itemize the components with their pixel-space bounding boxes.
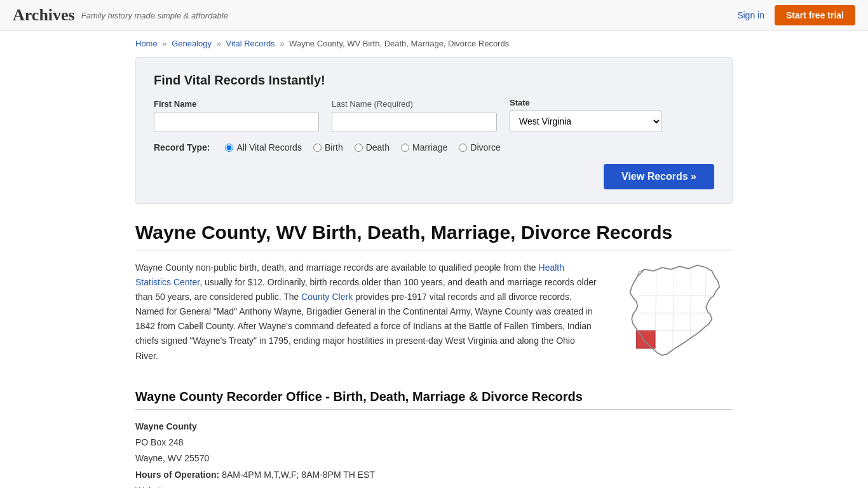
record-type-row: Record Type: All Vital Records Birth Dea… <box>154 142 714 152</box>
recorder-website-row: Website <box>135 483 733 488</box>
site-logo: Archives <box>13 6 75 25</box>
record-type-divorce[interactable]: Divorce <box>459 142 500 152</box>
map-container <box>615 261 733 372</box>
state-select[interactable]: All United States AlabamaAlaskaArizona A… <box>510 111 662 132</box>
record-type-marriage[interactable]: Marriage <box>401 142 447 152</box>
record-type-marriage-radio[interactable] <box>401 144 409 152</box>
view-records-button[interactable]: View Records » <box>604 164 714 189</box>
body-content: Wayne County non-public birth, death, an… <box>135 261 733 372</box>
recorder-county-name: Wayne County <box>135 419 733 435</box>
hours-value-text: 8AM-4PM M,T,W,F; 8AM-8PM TH EST <box>222 470 375 480</box>
record-type-all-radio[interactable] <box>225 144 233 152</box>
recorder-website-link[interactable]: Website <box>135 485 167 488</box>
site-tagline: Family history made simple & affordable <box>81 11 228 20</box>
recorder-hours: Hours of Operation: 8AM-4PM M,T,W,F; 8AM… <box>135 467 733 483</box>
breadcrumb: Home » Genealogy » Vital Records » Wayne… <box>135 39 733 48</box>
last-name-input[interactable] <box>332 112 497 132</box>
breadcrumb-current: Wayne County, WV Birth, Death, Marriage,… <box>289 39 509 48</box>
body-paragraph: Wayne County non-public birth, death, an… <box>135 261 597 363</box>
record-type-label: Record Type: <box>154 142 210 152</box>
site-header: Archives Family history made simple & af… <box>0 0 868 31</box>
search-title: Find Vital Records Instantly! <box>154 73 714 88</box>
state-group: State All United States AlabamaAlaskaAri… <box>510 98 662 132</box>
hours-label: Hours of Operation: <box>135 470 219 480</box>
header-right: Sign in Start free trial <box>737 5 855 25</box>
body-text-3: provides pre-1917 vital records and all … <box>135 292 593 360</box>
body-description: Wayne County non-public birth, death, an… <box>135 261 597 372</box>
svg-line-5 <box>673 268 674 351</box>
first-name-input[interactable] <box>154 112 319 132</box>
sign-in-link[interactable]: Sign in <box>737 10 764 20</box>
breadcrumb-vital-records[interactable]: Vital Records <box>226 39 275 48</box>
main-content: Home » Genealogy » Vital Records » Wayne… <box>123 31 745 488</box>
start-trial-button[interactable]: Start free trial <box>775 5 855 25</box>
record-type-all[interactable]: All Vital Records <box>225 142 301 152</box>
wv-state-map <box>615 261 733 372</box>
record-type-death-radio[interactable] <box>355 144 363 152</box>
svg-line-6 <box>690 266 691 341</box>
recorder-info: Wayne County PO Box 248 Wayne, WV 25570 … <box>135 419 733 488</box>
search-box: Find Vital Records Instantly! First Name… <box>135 57 733 204</box>
record-type-birth[interactable]: Birth <box>313 142 343 152</box>
body-text-1: Wayne County non-public birth, death, an… <box>135 262 539 273</box>
state-label: State <box>510 98 662 107</box>
recorder-section: Wayne County Recorder Office - Birth, De… <box>135 390 733 488</box>
breadcrumb-home[interactable]: Home <box>135 39 158 48</box>
first-name-label: First Name <box>154 99 319 109</box>
record-type-death[interactable]: Death <box>355 142 390 152</box>
breadcrumb-sep-2: » <box>217 39 221 48</box>
recorder-title: Wayne County Recorder Office - Birth, De… <box>135 390 733 410</box>
breadcrumb-sep-1: » <box>162 39 166 48</box>
record-type-birth-radio[interactable] <box>313 144 322 152</box>
breadcrumb-sep-3: » <box>280 39 284 48</box>
record-type-divorce-radio[interactable] <box>459 144 467 152</box>
breadcrumb-genealogy[interactable]: Genealogy <box>172 39 212 48</box>
search-fields: First Name Last Name (Required) State Al… <box>154 98 714 132</box>
county-clerk-link[interactable]: County Clerk <box>301 292 353 302</box>
recorder-address-1: PO Box 248 <box>135 435 733 451</box>
view-records-row: View Records » <box>154 164 714 189</box>
first-name-group: First Name <box>154 99 319 132</box>
svg-line-7 <box>705 268 706 328</box>
last-name-label: Last Name (Required) <box>332 99 497 109</box>
last-name-group: Last Name (Required) <box>332 99 497 132</box>
header-left: Archives Family history made simple & af… <box>13 6 228 25</box>
page-title: Wayne County, WV Birth, Death, Marriage,… <box>135 222 733 250</box>
recorder-address-2: Wayne, WV 25570 <box>135 451 733 466</box>
